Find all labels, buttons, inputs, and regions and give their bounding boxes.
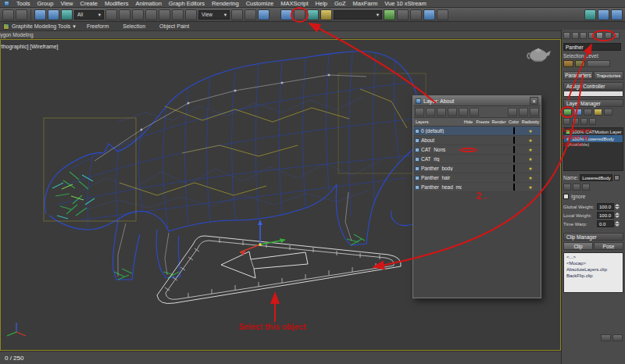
move-layer-up-icon[interactable] (563, 118, 570, 125)
mirror-icon[interactable] (307, 9, 319, 20)
close-icon[interactable]: ✕ (530, 97, 538, 105)
menu-tools[interactable]: Tools (16, 0, 30, 7)
layer-name-field[interactable]: LoweredBody (580, 174, 612, 181)
col-render[interactable]: Render (491, 120, 507, 124)
menu-vue-xstream[interactable]: Vue 10 xStream (384, 0, 427, 7)
clip-item[interactable]: AbsoluteLayers.clip (566, 266, 620, 273)
reference-coord-dropdown[interactable]: View▾ (198, 10, 230, 20)
radiosity-icon[interactable]: ★ (520, 185, 541, 190)
redo-icon[interactable] (16, 9, 27, 20)
use-pivot-center-icon[interactable] (231, 9, 243, 20)
layer-list-item[interactable]: 100% CATMotion Layer (564, 128, 623, 135)
parameters-button[interactable]: Parameters (563, 71, 593, 80)
polygon-modeling-panel[interactable]: Polygon Modeling (0, 32, 34, 37)
radiosity-icon[interactable]: ★ (520, 138, 541, 143)
layer-row[interactable]: Panther_hair ★ (413, 173, 541, 183)
clip-manager-rollout[interactable]: Clip Manager (563, 233, 623, 241)
ignore-checkbox[interactable] (563, 194, 569, 199)
color-swatch[interactable] (507, 137, 520, 143)
tab-object-paint[interactable]: Object Paint (156, 23, 192, 29)
layer-ghost-icon[interactable] (573, 184, 580, 191)
snap-toggle-icon[interactable] (258, 9, 270, 20)
layer-manager-rollout[interactable]: Layer Manager (563, 99, 623, 107)
new-layer-icon[interactable] (415, 108, 424, 116)
clip-item[interactable]: <Mocap> (566, 260, 620, 266)
animation-layer-list[interactable]: 100% CATMotion Layer 100% LoweredBody (A… (563, 127, 623, 171)
select-by-name-icon[interactable] (119, 9, 130, 20)
layer-dialog-titlebar[interactable]: Layer: About ✕ (413, 96, 541, 106)
layer-color-swatch[interactable] (614, 175, 620, 180)
unlink-icon[interactable] (48, 9, 59, 20)
object-name-field[interactable]: Panther (563, 43, 621, 51)
motion-tab-icon[interactable] (588, 32, 595, 39)
layer-transform-icon[interactable] (563, 184, 571, 191)
menu-rendering[interactable]: Rendering (212, 0, 239, 7)
modify-tab-icon[interactable] (572, 32, 579, 39)
radiosity-icon[interactable]: ★ (520, 157, 541, 162)
color-swatch[interactable] (507, 156, 520, 162)
global-weight-field[interactable]: 100.0 (597, 203, 614, 210)
abs-layer-icon[interactable] (573, 109, 582, 116)
col-freeze[interactable]: Freeze (475, 120, 491, 124)
display-tab-icon[interactable] (596, 32, 603, 39)
schematic-view-icon[interactable] (410, 9, 422, 20)
rel-world-layer-icon[interactable] (594, 109, 602, 116)
layer-dialog[interactable]: Layer: About ✕ Layers Hide Freeze Render… (412, 95, 541, 298)
bind-to-space-warp-icon[interactable] (61, 9, 73, 20)
select-link-icon[interactable] (34, 9, 46, 20)
graphite-toggle-icon[interactable] (384, 9, 395, 20)
layer-row[interactable]: 0 (default) ★ (413, 127, 541, 136)
trajectories-button[interactable]: Trajectories (594, 71, 623, 80)
add-selection-to-layer-icon[interactable] (437, 108, 446, 116)
select-scale-icon[interactable] (185, 9, 197, 20)
rendered-frame-icon[interactable] (584, 9, 596, 20)
rel-layer-icon[interactable] (584, 109, 592, 116)
local-weight-field[interactable]: 100.0 (597, 212, 614, 219)
paste-icon[interactable] (519, 108, 528, 116)
layer-row[interactable]: About ★ (413, 136, 541, 145)
menu-maxfarm[interactable]: MaxFarm (353, 0, 378, 7)
layer-list-item-selected[interactable]: 100% LoweredBody (564, 135, 623, 142)
ribbon-title[interactable]: Graphite Modeling Tools ▾ (3, 23, 76, 30)
select-highlighted-icon[interactable] (448, 108, 457, 116)
save-clip-icon[interactable] (612, 334, 623, 341)
menu-maxscript[interactable]: MAXScript (280, 0, 308, 7)
render-setup-icon[interactable] (437, 9, 448, 20)
hide-all-icon[interactable] (470, 108, 479, 116)
radiosity-icon[interactable]: ★ (520, 176, 541, 180)
assign-controller-rollout[interactable]: Assign Controller (563, 82, 623, 90)
highlight-selected-layer-icon[interactable] (459, 108, 468, 116)
rect-selection-region-icon[interactable] (132, 9, 144, 20)
radiosity-icon[interactable]: ★ (520, 148, 541, 152)
color-swatch[interactable] (507, 166, 520, 171)
selection-filter-dropdown[interactable]: All▾ (74, 10, 104, 20)
tab-freeform[interactable]: Freeform (84, 23, 112, 29)
snap-layer-icon[interactable] (589, 118, 596, 125)
selection-level-button[interactable] (563, 60, 573, 67)
menu-view[interactable]: View (60, 0, 73, 7)
menu-modifiers[interactable]: Modifiers (105, 0, 128, 7)
clip-list[interactable]: <...> <Mocap> AbsoluteLayers.clip BackFl… (563, 252, 623, 293)
menu-animation[interactable]: Animation (135, 0, 161, 7)
menu-goz[interactable]: GoZ (334, 0, 346, 7)
layer-props-icon[interactable] (530, 108, 539, 116)
render-iterative-icon[interactable] (611, 9, 623, 20)
global-weight-spinner[interactable] (615, 203, 620, 210)
radiosity-icon[interactable]: ★ (520, 166, 541, 171)
render-production-icon[interactable] (598, 9, 609, 20)
clip-item[interactable]: <...> (566, 254, 620, 260)
extra-tab-icon[interactable] (612, 32, 620, 39)
solo-layer-icon[interactable] (580, 118, 588, 125)
controller-listbox[interactable] (563, 91, 623, 97)
layer-collapse-icon[interactable] (582, 184, 590, 191)
radiosity-icon[interactable]: ★ (520, 129, 541, 134)
selection-level-button[interactable] (575, 60, 585, 67)
select-rotate-icon[interactable] (172, 9, 184, 20)
color-swatch[interactable] (507, 128, 520, 134)
move-layer-down-icon[interactable] (572, 118, 579, 125)
color-swatch[interactable] (507, 175, 520, 180)
crossing-selection-icon[interactable] (145, 9, 157, 20)
open-clip-icon[interactable] (601, 334, 611, 341)
curve-editor-icon[interactable] (397, 9, 409, 20)
color-swatch[interactable] (507, 184, 520, 190)
